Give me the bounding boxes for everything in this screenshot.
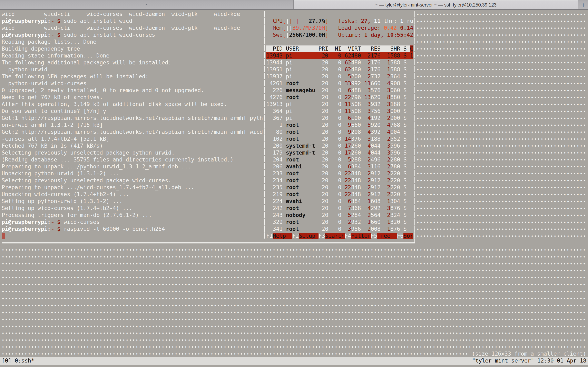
text-run: 324 bbox=[390, 212, 400, 218]
text-run bbox=[400, 87, 403, 93]
tmux-window-bottom-edge bbox=[2, 242, 415, 243]
terminal-row: Mem[||39.7M/370M] Load average: 0.42 0.1… bbox=[266, 25, 413, 31]
text-run: root bbox=[286, 170, 315, 176]
text-run bbox=[400, 108, 403, 114]
text-run: 0 bbox=[332, 59, 341, 66]
text-run: 20 bbox=[319, 108, 328, 114]
terminal-row: ••••••••••••••••••••••••••••••••••••••••… bbox=[416, 45, 586, 53]
text-run: pi bbox=[286, 73, 315, 80]
text-run: Preparing to unpack .../python-urwid_1.3… bbox=[2, 163, 191, 170]
text-run: S bbox=[403, 87, 407, 93]
text-run: 660 bbox=[351, 122, 361, 128]
text-run: 260 bbox=[351, 150, 361, 156]
text-run: F2 bbox=[292, 233, 299, 239]
text-run: 13 bbox=[364, 94, 371, 100]
text-run bbox=[380, 115, 384, 121]
text-run: 3 bbox=[364, 163, 371, 170]
terminal-row: ••••••••••••••••••••••••••••••••••••••••… bbox=[416, 31, 586, 39]
terminal-row: 243 nobody 20 0 5284 2564 2324 S bbox=[266, 212, 407, 218]
text-run: 20 bbox=[319, 129, 328, 135]
text-run: ••••••••••••••••••••••••••••••••••••••••… bbox=[2, 268, 586, 273]
text-run bbox=[380, 129, 384, 135]
text-run: After this operation, 3,149 kB of additi… bbox=[2, 101, 227, 107]
terminal-row: ••••••••••••••••••••••••••••••••••••••••… bbox=[416, 115, 586, 122]
text-run bbox=[328, 198, 332, 204]
text-run: root bbox=[286, 226, 315, 232]
text-run: 0 bbox=[332, 66, 341, 73]
plus-icon: + bbox=[581, 1, 585, 9]
text-run: 341 bbox=[266, 226, 283, 232]
text-run bbox=[361, 94, 364, 100]
text-run: 508 bbox=[351, 101, 361, 107]
terminal-row: 367 pi 20 0 6100 4192 2900 S bbox=[266, 115, 407, 122]
text-run bbox=[341, 80, 345, 86]
text-run bbox=[315, 108, 319, 114]
tab-ssh-session[interactable]: ~ — tyler@tyler-mint-server ~ — ssh tyle… bbox=[294, 0, 578, 9]
text-run: S bbox=[403, 219, 407, 225]
terminal-row: Selecting previously unselected package … bbox=[2, 149, 175, 156]
text-run: [ bbox=[283, 18, 286, 24]
terminal-row: ••••••••••••••••••••••••••••••••••••••••… bbox=[416, 66, 586, 73]
text-run: 4 bbox=[364, 115, 371, 121]
text-run: 224 bbox=[266, 198, 283, 204]
text-run: 660 bbox=[371, 219, 380, 225]
text-run: 22 bbox=[345, 191, 351, 197]
text-run bbox=[341, 212, 345, 218]
text-run bbox=[315, 66, 319, 73]
text-run bbox=[380, 101, 384, 107]
text-run bbox=[400, 198, 403, 204]
terminal-row: The following additional packages will b… bbox=[2, 59, 172, 66]
terminal-row: ••••••••••••••••••••••••••••••••••••••••… bbox=[416, 212, 586, 219]
text-run bbox=[283, 191, 286, 197]
text-run: wicd wicd-cli wicd-curses wicd-daemon wi… bbox=[2, 25, 240, 31]
terminal-row: 0 upgraded, 2 newly installed, 0 to remo… bbox=[2, 87, 204, 94]
text-run: S bbox=[403, 191, 407, 197]
text-run bbox=[54, 18, 57, 24]
tab-ssh-title: ~ — tyler@tyler-mint-server ~ — ssh tyle… bbox=[375, 2, 497, 8]
text-run: ••••••••••••••••••••••••••••••••••••••••… bbox=[416, 206, 586, 211]
text-run bbox=[380, 184, 384, 191]
text-run: ••••••••••••••••••••••••••••••••••••••••… bbox=[416, 227, 586, 232]
text-run: root bbox=[286, 205, 315, 211]
terminal-row: ••••••••••••••••••••••••••••••••••••••••… bbox=[416, 87, 586, 94]
text-run: 256K/100.0M bbox=[289, 32, 325, 38]
text-run bbox=[341, 177, 345, 184]
text-run: root bbox=[286, 219, 315, 225]
text-run: 219 bbox=[266, 191, 283, 197]
text-run: 20 bbox=[319, 163, 328, 170]
terminal-row: on-urwid armhf 1.3.1-2 [715 kB] bbox=[2, 122, 103, 128]
text-run: 900 bbox=[390, 115, 400, 121]
text-run bbox=[361, 87, 364, 93]
terminal-row: 224 avahi 20 0 6384 1608 1304 S bbox=[266, 198, 407, 205]
text-run bbox=[341, 59, 345, 66]
text-run: S bbox=[403, 177, 407, 184]
text-run bbox=[328, 142, 332, 149]
text-run: 9 bbox=[345, 129, 351, 135]
text-run: ••••••••••••••••••••••••••••••••••••••••… bbox=[416, 150, 586, 156]
text-run bbox=[283, 170, 286, 176]
text-run: 3 bbox=[384, 101, 390, 107]
text-run bbox=[283, 226, 286, 232]
terminal-row: ••••••••••••••••••••••••••••••••••••••••… bbox=[416, 17, 586, 25]
text-run: root bbox=[286, 129, 315, 135]
text-run: $ bbox=[57, 226, 61, 232]
text-run: pi@raspberrypi: bbox=[2, 32, 51, 38]
text-run: 11 bbox=[345, 101, 351, 107]
text-run: ••••••••••••••••••••••••••••••••••••••••… bbox=[416, 33, 586, 38]
text-run: ••••••••••••••••••••••••••••••••••••••••… bbox=[2, 351, 472, 357]
text-run: 0 bbox=[332, 142, 341, 149]
text-run: 364 bbox=[266, 108, 283, 114]
terminal-row: 13943 pi 20 0 62480 2176 1588 S 1 bbox=[266, 52, 413, 59]
terminal-row: F1Help F2Setup F3SearchF4FilterF5Tree F6… bbox=[266, 233, 413, 239]
terminal-row: The following NEW packages will be insta… bbox=[2, 73, 149, 80]
text-run: 20 bbox=[319, 226, 328, 232]
text-run: 000 bbox=[390, 108, 400, 114]
tmux-pane-divider[interactable] bbox=[264, 11, 265, 239]
tab-home[interactable]: ~ bbox=[0, 0, 294, 9]
terminal-row: 179 systemd-t 20 0 17260 4044 3596 S bbox=[266, 149, 407, 156]
text-run: S bbox=[403, 198, 407, 204]
new-tab-button[interactable]: + bbox=[579, 0, 588, 9]
text-run: 0 bbox=[332, 177, 341, 184]
text-run: 2 bbox=[345, 219, 351, 225]
text-run: ••••••••••••••••••••••••••••••••••••••••… bbox=[416, 213, 586, 218]
